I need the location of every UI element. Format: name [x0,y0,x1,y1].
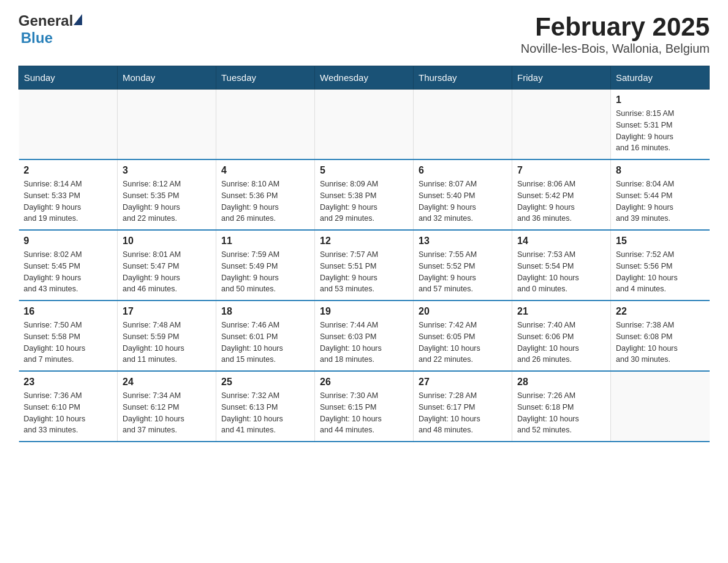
calendar-cell: 2Sunrise: 8:14 AM Sunset: 5:33 PM Daylig… [19,159,118,230]
calendar-cell: 23Sunrise: 7:36 AM Sunset: 6:10 PM Dayli… [19,371,118,442]
day-number: 8 [616,165,705,176]
calendar-cell: 21Sunrise: 7:40 AM Sunset: 6:06 PM Dayli… [512,301,611,371]
day-info: Sunrise: 8:14 AM Sunset: 5:33 PM Dayligh… [24,178,113,224]
day-number: 23 [24,377,113,388]
calendar-week-row: 2Sunrise: 8:14 AM Sunset: 5:33 PM Daylig… [19,159,710,230]
calendar-cell: 6Sunrise: 8:07 AM Sunset: 5:40 PM Daylig… [414,159,512,230]
day-info: Sunrise: 8:15 AM Sunset: 5:31 PM Dayligh… [616,108,705,154]
calendar-header: SundayMondayTuesdayWednesdayThursdayFrid… [19,66,710,90]
logo-general-text: General [18,12,73,29]
calendar-cell [19,90,118,160]
calendar-cell: 1Sunrise: 8:15 AM Sunset: 5:31 PM Daylig… [611,90,710,160]
calendar-cell [414,90,512,160]
day-number: 22 [616,306,705,317]
day-info: Sunrise: 7:38 AM Sunset: 6:08 PM Dayligh… [616,320,705,366]
day-of-week-header: Tuesday [216,66,315,90]
calendar-cell [118,90,216,160]
logo: General Blue [18,12,83,47]
calendar-cell: 17Sunrise: 7:48 AM Sunset: 5:59 PM Dayli… [118,301,216,371]
day-of-week-header: Saturday [611,66,710,90]
day-number: 16 [24,306,113,317]
day-number: 13 [419,236,507,247]
day-info: Sunrise: 7:55 AM Sunset: 5:52 PM Dayligh… [419,249,507,295]
calendar-cell [512,90,611,160]
day-of-week-header: Thursday [414,66,512,90]
day-info: Sunrise: 7:44 AM Sunset: 6:03 PM Dayligh… [320,320,408,366]
calendar-cell: 12Sunrise: 7:57 AM Sunset: 5:51 PM Dayli… [315,230,414,301]
day-number: 14 [517,236,605,247]
day-info: Sunrise: 8:12 AM Sunset: 5:35 PM Dayligh… [123,178,211,224]
calendar-body: 1Sunrise: 8:15 AM Sunset: 5:31 PM Daylig… [19,90,710,442]
calendar-cell [216,90,315,160]
calendar-cell: 11Sunrise: 7:59 AM Sunset: 5:49 PM Dayli… [216,230,315,301]
day-info: Sunrise: 7:26 AM Sunset: 6:18 PM Dayligh… [517,390,605,436]
day-number: 19 [320,306,408,317]
day-of-week-header: Wednesday [315,66,414,90]
day-number: 3 [123,165,211,176]
calendar-cell: 22Sunrise: 7:38 AM Sunset: 6:08 PM Dayli… [611,301,710,371]
day-info: Sunrise: 7:34 AM Sunset: 6:12 PM Dayligh… [123,390,211,436]
day-number: 17 [123,306,211,317]
day-info: Sunrise: 7:57 AM Sunset: 5:51 PM Dayligh… [320,249,408,295]
calendar-cell: 20Sunrise: 7:42 AM Sunset: 6:05 PM Dayli… [414,301,512,371]
calendar-cell: 3Sunrise: 8:12 AM Sunset: 5:35 PM Daylig… [118,159,216,230]
calendar-cell: 8Sunrise: 8:04 AM Sunset: 5:44 PM Daylig… [611,159,710,230]
day-info: Sunrise: 7:40 AM Sunset: 6:06 PM Dayligh… [517,320,605,366]
day-of-week-header: Friday [512,66,611,90]
day-of-week-header: Monday [118,66,216,90]
calendar-week-row: 23Sunrise: 7:36 AM Sunset: 6:10 PM Dayli… [19,371,710,442]
calendar-cell: 16Sunrise: 7:50 AM Sunset: 5:58 PM Dayli… [19,301,118,371]
calendar-table: SundayMondayTuesdayWednesdayThursdayFrid… [18,66,710,442]
day-number: 18 [221,306,309,317]
day-number: 1 [616,94,705,105]
day-info: Sunrise: 7:59 AM Sunset: 5:49 PM Dayligh… [221,249,309,295]
day-info: Sunrise: 7:50 AM Sunset: 5:58 PM Dayligh… [24,320,113,366]
day-info: Sunrise: 8:02 AM Sunset: 5:45 PM Dayligh… [24,249,113,295]
calendar-cell: 26Sunrise: 7:30 AM Sunset: 6:15 PM Dayli… [315,371,414,442]
day-of-week-header: Sunday [19,66,118,90]
calendar-cell: 5Sunrise: 8:09 AM Sunset: 5:38 PM Daylig… [315,159,414,230]
day-number: 26 [320,377,408,388]
day-info: Sunrise: 7:48 AM Sunset: 5:59 PM Dayligh… [123,320,211,366]
days-of-week-row: SundayMondayTuesdayWednesdayThursdayFrid… [19,66,710,90]
day-info: Sunrise: 7:52 AM Sunset: 5:56 PM Dayligh… [616,249,705,295]
day-info: Sunrise: 7:46 AM Sunset: 6:01 PM Dayligh… [221,320,309,366]
calendar-cell [611,371,710,442]
day-info: Sunrise: 8:06 AM Sunset: 5:42 PM Dayligh… [517,178,605,224]
calendar-cell: 28Sunrise: 7:26 AM Sunset: 6:18 PM Dayli… [512,371,611,442]
calendar-cell [315,90,414,160]
day-number: 20 [419,306,507,317]
day-number: 21 [517,306,605,317]
calendar-cell: 19Sunrise: 7:44 AM Sunset: 6:03 PM Dayli… [315,301,414,371]
day-info: Sunrise: 8:04 AM Sunset: 5:44 PM Dayligh… [616,178,705,224]
calendar-cell: 4Sunrise: 8:10 AM Sunset: 5:36 PM Daylig… [216,159,315,230]
day-number: 11 [221,236,309,247]
calendar-cell: 13Sunrise: 7:55 AM Sunset: 5:52 PM Dayli… [414,230,512,301]
calendar-week-row: 9Sunrise: 8:02 AM Sunset: 5:45 PM Daylig… [19,230,710,301]
day-number: 4 [221,165,309,176]
title-block: February 2025 Noville-les-Bois, Wallonia… [521,12,710,56]
day-info: Sunrise: 7:42 AM Sunset: 6:05 PM Dayligh… [419,320,507,366]
day-number: 10 [123,236,211,247]
calendar-cell: 7Sunrise: 8:06 AM Sunset: 5:42 PM Daylig… [512,159,611,230]
day-number: 6 [419,165,507,176]
logo-chevron-icon [74,14,82,25]
logo-blue-text: Blue [21,29,83,47]
calendar-cell: 15Sunrise: 7:52 AM Sunset: 5:56 PM Dayli… [611,230,710,301]
day-info: Sunrise: 7:32 AM Sunset: 6:13 PM Dayligh… [221,390,309,436]
day-number: 24 [123,377,211,388]
calendar-cell: 27Sunrise: 7:28 AM Sunset: 6:17 PM Dayli… [414,371,512,442]
day-info: Sunrise: 8:09 AM Sunset: 5:38 PM Dayligh… [320,178,408,224]
day-number: 25 [221,377,309,388]
page-subtitle: Noville-les-Bois, Wallonia, Belgium [521,42,710,56]
day-number: 7 [517,165,605,176]
day-number: 27 [419,377,507,388]
day-info: Sunrise: 7:28 AM Sunset: 6:17 PM Dayligh… [419,390,507,436]
day-info: Sunrise: 7:53 AM Sunset: 5:54 PM Dayligh… [517,249,605,295]
calendar-cell: 18Sunrise: 7:46 AM Sunset: 6:01 PM Dayli… [216,301,315,371]
calendar-cell: 14Sunrise: 7:53 AM Sunset: 5:54 PM Dayli… [512,230,611,301]
calendar-cell: 24Sunrise: 7:34 AM Sunset: 6:12 PM Dayli… [118,371,216,442]
day-info: Sunrise: 7:36 AM Sunset: 6:10 PM Dayligh… [24,390,113,436]
calendar-cell: 10Sunrise: 8:01 AM Sunset: 5:47 PM Dayli… [118,230,216,301]
day-info: Sunrise: 8:07 AM Sunset: 5:40 PM Dayligh… [419,178,507,224]
